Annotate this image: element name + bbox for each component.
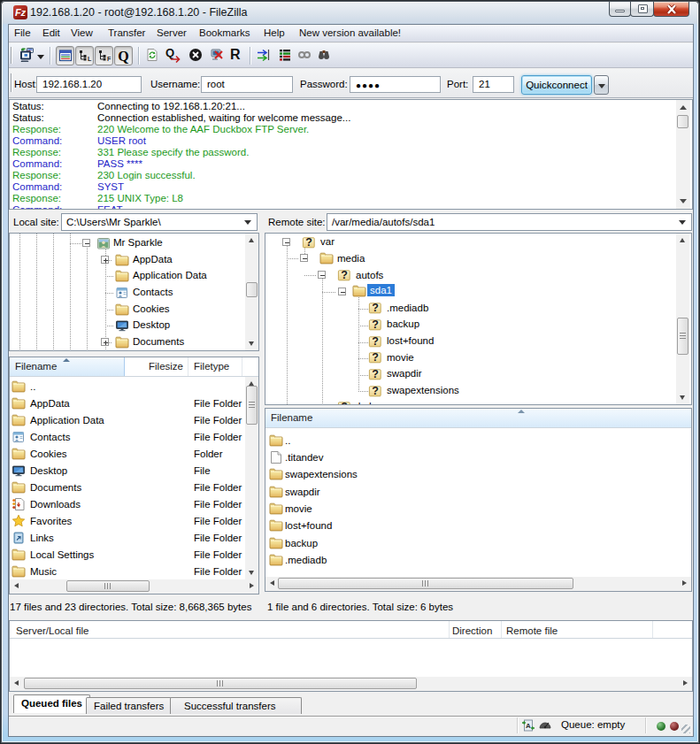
svg-text:L: L	[88, 56, 92, 62]
svg-text:F: F	[107, 56, 112, 62]
svg-text:A: A	[526, 722, 531, 730]
